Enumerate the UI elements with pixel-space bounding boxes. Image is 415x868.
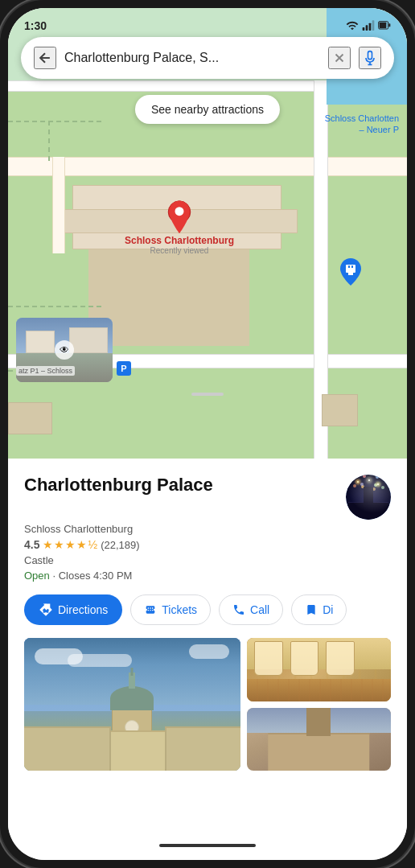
small-building-2 xyxy=(322,394,358,426)
rating-number: 4.5 xyxy=(24,538,39,551)
star-4: ★ xyxy=(76,538,87,551)
svg-rect-5 xyxy=(380,23,387,28)
svg-point-8 xyxy=(175,207,184,216)
phone-frame: 1:30 xyxy=(0,0,415,868)
open-status: Open xyxy=(24,570,50,582)
info-panel: Charlottenburg Palace xyxy=(8,459,407,860)
phone-screen: 1:30 xyxy=(8,8,407,860)
back-button[interactable] xyxy=(34,47,56,69)
photo-side-column xyxy=(247,638,391,771)
rating-count: (22,189) xyxy=(101,539,139,551)
path-dashed-1 xyxy=(8,121,101,122)
svg-rect-10 xyxy=(346,265,355,273)
svg-rect-3 xyxy=(372,20,375,31)
signal-icon xyxy=(362,19,375,32)
star-3: ★ xyxy=(65,538,76,551)
location-pin[interactable]: Schloss Charlottenburg Recently viewed xyxy=(165,200,194,235)
directions-icon xyxy=(39,603,53,617)
pin-label: Schloss Charlottenburg Recently viewed xyxy=(125,235,234,255)
svg-rect-2 xyxy=(369,23,372,31)
star-1: ★ xyxy=(43,538,53,551)
call-label: Call xyxy=(250,603,269,616)
path-dashed-3 xyxy=(8,306,101,307)
place-type: Castle xyxy=(24,554,391,566)
small-building-1 xyxy=(8,402,52,434)
star-half: ½ xyxy=(88,538,97,551)
svg-point-9 xyxy=(175,208,179,212)
tickets-icon xyxy=(144,603,157,616)
call-button[interactable]: Call xyxy=(219,594,283,625)
tickets-button[interactable]: Tickets xyxy=(130,594,211,625)
nearby-pin[interactable] xyxy=(339,257,363,290)
more-label: Di xyxy=(323,603,333,616)
status-time: 1:30 xyxy=(24,19,47,32)
close-time: · xyxy=(52,570,58,582)
road-vertical-left xyxy=(52,157,65,253)
home-indicator[interactable] xyxy=(159,844,256,847)
pin-svg xyxy=(165,200,194,235)
place-subtitle: Schloss Charlottenburg xyxy=(24,523,391,535)
street-label: atz P1 – Schloss xyxy=(16,366,75,376)
status-bar: 1:30 xyxy=(8,8,407,37)
map-label-top-right: Schloss Charlotten – Neuer P xyxy=(325,113,399,136)
path-dashed-2 xyxy=(48,121,50,161)
place-thumbnail[interactable] xyxy=(346,475,391,520)
star-rating: ★ ★ ★ ★ ½ xyxy=(43,538,97,551)
star-2: ★ xyxy=(54,538,64,551)
status-icons xyxy=(346,19,391,32)
photo-palace-exterior[interactable] xyxy=(24,638,240,771)
svg-rect-0 xyxy=(363,27,365,31)
clear-button[interactable] xyxy=(328,47,351,69)
svg-rect-12 xyxy=(351,265,353,268)
closes-at: Closes 4:30 PM xyxy=(59,570,133,582)
wifi-icon xyxy=(346,19,359,32)
tickets-label: Tickets xyxy=(162,603,197,616)
directions-button[interactable]: Directions xyxy=(24,594,122,625)
photo-grid xyxy=(24,638,391,771)
interior-photo-bg xyxy=(247,638,391,701)
action-buttons-row: Directions Tickets Call xyxy=(24,594,391,625)
svg-rect-11 xyxy=(348,265,350,268)
place-info-left: Charlottenburg Palace xyxy=(24,475,213,496)
place-hours: Open · Closes 4:30 PM xyxy=(24,570,391,582)
place-rating: 4.5 ★ ★ ★ ★ ½ (22,189) xyxy=(24,538,391,551)
map-area: 1:30 xyxy=(8,8,407,459)
place-header: Charlottenburg Palace xyxy=(24,475,391,520)
mic-button[interactable] xyxy=(359,47,381,69)
call-icon xyxy=(232,603,245,616)
photo-statue[interactable] xyxy=(247,708,391,771)
palace-photo-bg xyxy=(24,638,240,771)
road-horizontal-main xyxy=(8,157,407,176)
place-title: Charlottenburg Palace xyxy=(24,475,213,496)
more-button[interactable]: Di xyxy=(291,594,347,625)
nearby-attractions-button[interactable]: See nearby attractions xyxy=(135,95,280,124)
save-icon xyxy=(305,603,318,616)
svg-rect-6 xyxy=(388,23,390,27)
parking-icon: P xyxy=(117,361,131,376)
battery-icon xyxy=(378,19,391,32)
drag-handle[interactable] xyxy=(191,393,224,396)
svg-rect-1 xyxy=(366,25,368,31)
courtyard xyxy=(88,249,249,346)
photo-interior[interactable] xyxy=(247,638,391,701)
search-bar[interactable]: Charlottenburg Palace, S... xyxy=(21,37,394,79)
directions-label: Directions xyxy=(58,603,108,616)
search-query: Charlottenburg Palace, S... xyxy=(64,51,320,65)
statue-photo-bg xyxy=(247,708,391,771)
